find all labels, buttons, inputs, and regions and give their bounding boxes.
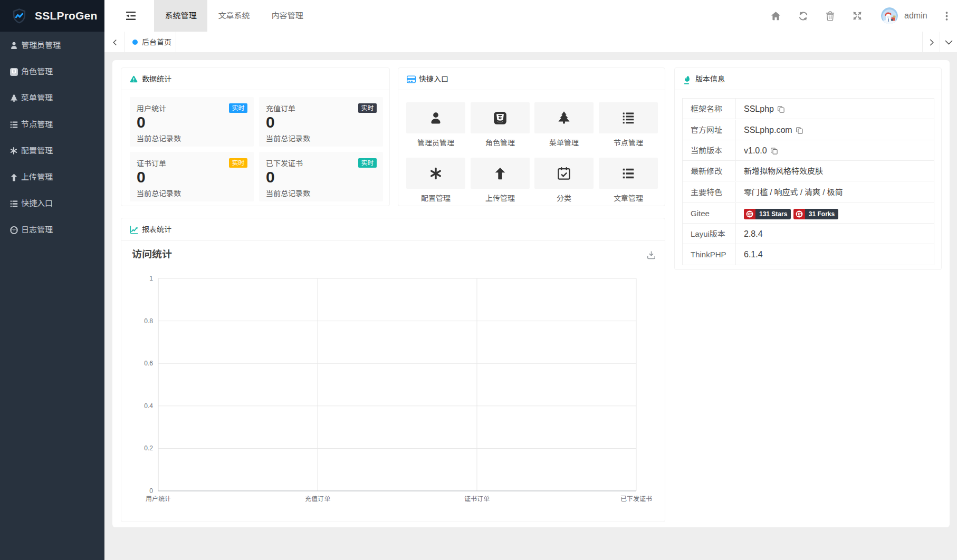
svg-text:0.4: 0.4 bbox=[144, 402, 153, 410]
svg-text:已下发证书: 已下发证书 bbox=[620, 495, 652, 503]
svg-text:充值订单: 充值订单 bbox=[305, 495, 330, 503]
svg-text:0: 0 bbox=[149, 487, 153, 495]
svg-text:0.8: 0.8 bbox=[144, 317, 153, 325]
svg-text:证书订单: 证书订单 bbox=[464, 495, 490, 503]
svg-text:1: 1 bbox=[149, 275, 153, 282]
svg-text:用户统计: 用户统计 bbox=[146, 495, 171, 503]
svg-text:0.6: 0.6 bbox=[144, 360, 153, 367]
svg-text:0.2: 0.2 bbox=[144, 445, 153, 452]
